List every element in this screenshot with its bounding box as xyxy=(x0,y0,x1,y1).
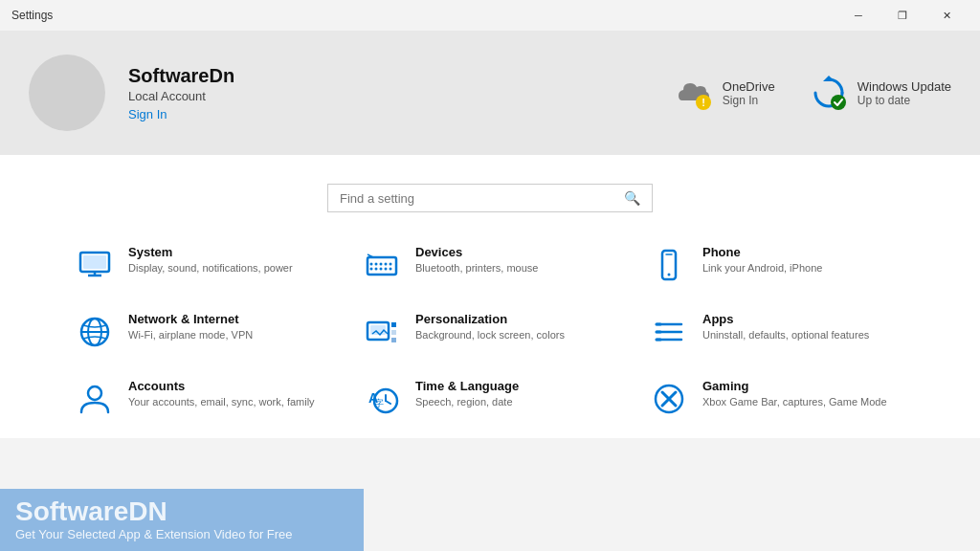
settings-grid: System Display, sound, notifications, po… xyxy=(29,235,951,429)
svg-point-9 xyxy=(370,268,373,271)
settings-item-network[interactable]: Network & Internet Wi-Fi, airplane mode,… xyxy=(67,302,339,362)
svg-point-17 xyxy=(385,263,388,266)
svg-point-16 xyxy=(380,263,383,266)
onedrive-title: OneDrive xyxy=(723,79,775,94)
network-text: Network & Internet Wi-Fi, airplane mode,… xyxy=(128,312,253,342)
svg-rect-7 xyxy=(83,255,106,269)
watermark-overlay: SoftwareDN Get Your Selected App & Exten… xyxy=(0,489,364,551)
app-title: Settings xyxy=(11,9,53,22)
devices-desc: Bluetooth, printers, mouse xyxy=(415,261,538,276)
settings-item-personalization[interactable]: Personalization Background, lock screen,… xyxy=(354,302,626,362)
svg-point-15 xyxy=(375,263,378,266)
personalization-desc: Background, lock screen, colors xyxy=(415,328,565,342)
svg-point-10 xyxy=(375,268,378,271)
search-container: 🔍 xyxy=(29,184,951,212)
svg-rect-8 xyxy=(368,257,396,275)
svg-point-11 xyxy=(380,268,383,271)
user-type: Local Account xyxy=(128,89,652,103)
system-text: System Display, sound, notifications, po… xyxy=(128,245,293,276)
svg-rect-29 xyxy=(391,330,396,335)
settings-item-apps[interactable]: Apps Uninstall, defaults, optional featu… xyxy=(641,302,913,362)
user-info: SoftwareDn Local Account Sign In xyxy=(128,65,652,121)
settings-item-gaming[interactable]: Gaming Xbox Game Bar, captures, Game Mod… xyxy=(641,369,913,429)
main-content: 🔍 System Display, sound, notifications, … xyxy=(0,155,980,438)
gaming-text: Gaming Xbox Game Bar, captures, Game Mod… xyxy=(702,379,887,409)
windows-update-text: Windows Update Up to date xyxy=(858,79,951,107)
restore-button[interactable]: ❐ xyxy=(880,0,924,31)
apps-desc: Uninstall, defaults, optional features xyxy=(702,328,869,342)
settings-item-accounts[interactable]: Accounts Your accounts, email, sync, wor… xyxy=(67,369,339,429)
onedrive-sub: Sign In xyxy=(723,94,775,107)
devices-icon xyxy=(362,245,402,285)
apps-text: Apps Uninstall, defaults, optional featu… xyxy=(702,312,869,342)
user-name: SoftwareDn xyxy=(128,65,652,87)
svg-line-40 xyxy=(386,401,390,404)
onedrive-icon: ! xyxy=(675,74,713,112)
gaming-icon xyxy=(649,379,689,419)
system-desc: Display, sound, notifications, power xyxy=(128,261,293,276)
network-title: Network & Internet xyxy=(128,312,253,326)
svg-point-12 xyxy=(385,268,388,271)
minimize-button[interactable]: ─ xyxy=(836,0,880,31)
svg-marker-2 xyxy=(823,76,835,81)
header-widgets: ! OneDrive Sign In xyxy=(675,74,951,112)
phone-desc: Link your Android, iPhone xyxy=(702,261,822,276)
network-icon xyxy=(75,312,115,352)
phone-icon xyxy=(649,245,689,285)
time-icon: A 字 xyxy=(362,379,402,419)
windows-update-icon xyxy=(810,74,848,112)
svg-text:!: ! xyxy=(702,97,705,108)
watermark-title: SoftwareDN xyxy=(15,496,348,527)
svg-text:字: 字 xyxy=(374,398,384,408)
svg-point-18 xyxy=(390,263,392,266)
system-title: System xyxy=(128,245,293,259)
phone-text: Phone Link your Android, iPhone xyxy=(702,245,822,276)
devices-text: Devices Bluetooth, printers, mouse xyxy=(415,245,538,276)
windows-update-sub: Up to date xyxy=(858,94,951,107)
search-box: 🔍 xyxy=(327,184,653,212)
svg-point-3 xyxy=(831,95,846,110)
watermark-sub: Get Your Selected App & Extension Video … xyxy=(15,527,348,541)
settings-item-phone[interactable]: Phone Link your Android, iPhone xyxy=(641,235,913,295)
time-desc: Speech, region, date xyxy=(415,395,519,409)
personalization-icon xyxy=(362,312,402,352)
apps-title: Apps xyxy=(702,312,869,326)
title-bar: Settings ─ ❐ ✕ xyxy=(0,0,980,31)
window-controls: ─ ❐ ✕ xyxy=(836,0,969,31)
onedrive-widget[interactable]: ! OneDrive Sign In xyxy=(675,74,775,112)
gaming-desc: Xbox Game Bar, captures, Game Mode xyxy=(702,395,887,409)
search-input[interactable] xyxy=(340,191,624,206)
windows-update-title: Windows Update xyxy=(858,79,951,94)
personalization-text: Personalization Background, lock screen,… xyxy=(415,312,565,342)
settings-item-devices[interactable]: Devices Bluetooth, printers, mouse xyxy=(354,235,626,295)
phone-title: Phone xyxy=(702,245,822,259)
system-icon xyxy=(75,245,115,285)
accounts-text: Accounts Your accounts, email, sync, wor… xyxy=(128,379,315,409)
gaming-title: Gaming xyxy=(702,379,887,393)
time-text: Time & Language Speech, region, date xyxy=(415,379,519,409)
search-icon: 🔍 xyxy=(624,190,640,206)
close-button[interactable]: ✕ xyxy=(924,0,969,31)
svg-point-37 xyxy=(88,386,101,400)
avatar xyxy=(29,55,105,131)
sign-in-link[interactable]: Sign In xyxy=(128,107,652,121)
personalization-title: Personalization xyxy=(415,312,565,326)
windows-update-widget[interactable]: Windows Update Up to date xyxy=(810,74,951,112)
svg-point-14 xyxy=(370,263,373,266)
apps-icon xyxy=(649,312,689,352)
network-desc: Wi-Fi, airplane mode, VPN xyxy=(128,328,253,342)
settings-item-time[interactable]: A 字 Time & Language Speech, region, date xyxy=(354,369,626,429)
svg-point-13 xyxy=(390,268,392,271)
onedrive-text: OneDrive Sign In xyxy=(723,79,775,107)
time-title: Time & Language xyxy=(415,379,519,393)
accounts-title: Accounts xyxy=(128,379,315,393)
svg-rect-28 xyxy=(391,322,396,327)
devices-title: Devices xyxy=(415,245,538,259)
accounts-icon xyxy=(75,379,115,419)
svg-rect-30 xyxy=(391,338,396,342)
svg-point-21 xyxy=(668,274,671,276)
profile-header: SoftwareDn Local Account Sign In ! OneDr… xyxy=(0,31,980,155)
accounts-desc: Your accounts, email, sync, work, family xyxy=(128,395,315,409)
settings-item-system[interactable]: System Display, sound, notifications, po… xyxy=(67,235,339,295)
